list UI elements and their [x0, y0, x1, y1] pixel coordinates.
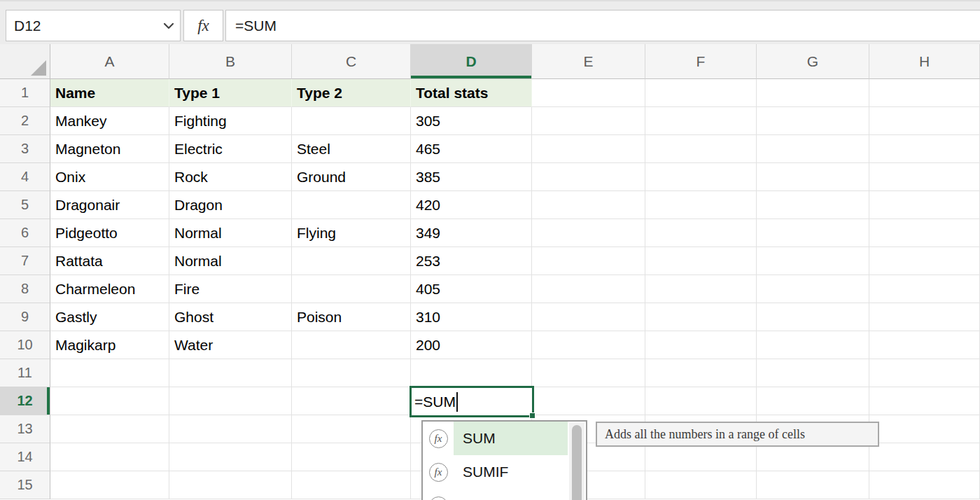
cell-A3[interactable]: Magneton	[50, 135, 169, 163]
cell-C3[interactable]: Steel	[292, 135, 411, 163]
cell-D9[interactable]: 310	[411, 303, 532, 331]
cell-G1[interactable]	[757, 79, 869, 107]
row-header-2[interactable]: 2	[0, 107, 50, 135]
cell-A12[interactable]	[50, 387, 169, 415]
cell-C13[interactable]	[292, 415, 411, 443]
cell-A9[interactable]: Gastly	[50, 303, 169, 331]
chevron-down-icon[interactable]	[163, 22, 174, 30]
cell-F11[interactable]	[645, 359, 757, 387]
cell-G10[interactable]	[757, 331, 869, 359]
cell-F10[interactable]	[645, 331, 757, 359]
row-header-3[interactable]: 3	[0, 135, 50, 163]
cell-F4[interactable]	[645, 163, 757, 191]
cell-E3[interactable]	[532, 135, 645, 163]
cell-H7[interactable]	[869, 247, 980, 275]
cell-E6[interactable]	[532, 219, 645, 247]
cell-C9[interactable]: Poison	[292, 303, 411, 331]
fill-handle[interactable]	[529, 412, 536, 419]
row-header-6[interactable]: 6	[0, 219, 50, 247]
cell-G4[interactable]	[757, 163, 869, 191]
row-header-5[interactable]: 5	[0, 191, 50, 219]
cell-E1[interactable]	[532, 79, 645, 107]
cell-F15[interactable]	[645, 471, 757, 499]
cell-A15[interactable]	[50, 471, 169, 499]
cell-C5[interactable]	[292, 191, 411, 219]
cell-D11[interactable]	[411, 359, 532, 387]
select-all-corner[interactable]	[0, 44, 50, 79]
cell-B5[interactable]: Dragon	[169, 191, 292, 219]
cell-B2[interactable]: Fighting	[169, 107, 292, 135]
scrollbar-thumb[interactable]	[572, 425, 582, 500]
column-header-F[interactable]: F	[645, 44, 757, 79]
cell-G5[interactable]	[757, 191, 869, 219]
formula-bar-input[interactable]: =SUM	[225, 10, 980, 41]
cell-H4[interactable]	[869, 163, 980, 191]
cell-A4[interactable]: Onix	[50, 163, 169, 191]
cell-G15[interactable]	[757, 471, 869, 499]
cell-F7[interactable]	[645, 247, 757, 275]
cell-H3[interactable]	[869, 135, 980, 163]
cell-H12[interactable]	[869, 387, 980, 415]
cell-E9[interactable]	[532, 303, 645, 331]
cell-A5[interactable]: Dragonair	[50, 191, 169, 219]
cell-H14[interactable]	[869, 443, 980, 471]
cell-D1[interactable]: Total stats	[411, 79, 532, 107]
cell-B6[interactable]: Normal	[169, 219, 292, 247]
cell-G14[interactable]	[757, 443, 869, 471]
cell-A10[interactable]: Magikarp	[50, 331, 169, 359]
cell-F9[interactable]	[645, 303, 757, 331]
cell-G6[interactable]	[757, 219, 869, 247]
column-header-H[interactable]: H	[869, 44, 980, 79]
cell-B12[interactable]	[169, 387, 292, 415]
cell-E10[interactable]	[532, 331, 645, 359]
cell-F2[interactable]	[645, 107, 757, 135]
cell-A2[interactable]: Mankey	[50, 107, 169, 135]
cell-A11[interactable]	[50, 359, 169, 387]
row-header-1[interactable]: 1	[0, 79, 50, 107]
cell-C4[interactable]: Ground	[292, 163, 411, 191]
cell-F5[interactable]	[645, 191, 757, 219]
name-box[interactable]: D12	[6, 10, 181, 41]
cell-D6[interactable]: 349	[411, 219, 532, 247]
cell-C12[interactable]	[292, 387, 411, 415]
autocomplete-item-sumifs[interactable]: fxSUMIFS	[423, 489, 586, 500]
cell-A7[interactable]: Rattata	[50, 247, 169, 275]
cell-D10[interactable]: 200	[411, 331, 532, 359]
cell-F8[interactable]	[645, 275, 757, 303]
cell-B15[interactable]	[169, 471, 292, 499]
cell-A8[interactable]: Charmeleon	[50, 275, 169, 303]
cell-B4[interactable]: Rock	[169, 163, 292, 191]
cell-E7[interactable]	[532, 247, 645, 275]
row-header-10[interactable]: 10	[0, 331, 50, 359]
cell-D8[interactable]: 405	[411, 275, 532, 303]
cell-H9[interactable]	[869, 303, 980, 331]
cell-B11[interactable]	[169, 359, 292, 387]
column-header-E[interactable]: E	[532, 44, 645, 79]
cell-E5[interactable]	[532, 191, 645, 219]
cell-B1[interactable]: Type 1	[169, 79, 292, 107]
cell-H13[interactable]	[869, 415, 980, 443]
cell-G8[interactable]	[757, 275, 869, 303]
insert-function-button[interactable]: fx	[183, 10, 223, 41]
cell-E12[interactable]	[532, 387, 645, 415]
cell-D3[interactable]: 465	[411, 135, 532, 163]
cell-C15[interactable]	[292, 471, 411, 499]
cell-B13[interactable]	[169, 415, 292, 443]
cell-C10[interactable]	[292, 331, 411, 359]
row-header-15[interactable]: 15	[0, 471, 50, 499]
row-header-14[interactable]: 14	[0, 443, 50, 471]
cell-A6[interactable]: Pidgeotto	[50, 219, 169, 247]
cell-H8[interactable]	[869, 275, 980, 303]
cell-G3[interactable]	[757, 135, 869, 163]
cell-C8[interactable]	[292, 275, 411, 303]
column-header-B[interactable]: B	[169, 44, 292, 79]
row-header-9[interactable]: 9	[0, 303, 50, 331]
cell-D5[interactable]: 420	[411, 191, 532, 219]
column-header-D[interactable]: D	[411, 44, 532, 79]
column-header-A[interactable]: A	[50, 44, 169, 79]
cell-E11[interactable]	[532, 359, 645, 387]
cell-C6[interactable]: Flying	[292, 219, 411, 247]
cell-B8[interactable]: Fire	[169, 275, 292, 303]
autocomplete-scrollbar[interactable]	[569, 423, 584, 500]
cell-G11[interactable]	[757, 359, 869, 387]
